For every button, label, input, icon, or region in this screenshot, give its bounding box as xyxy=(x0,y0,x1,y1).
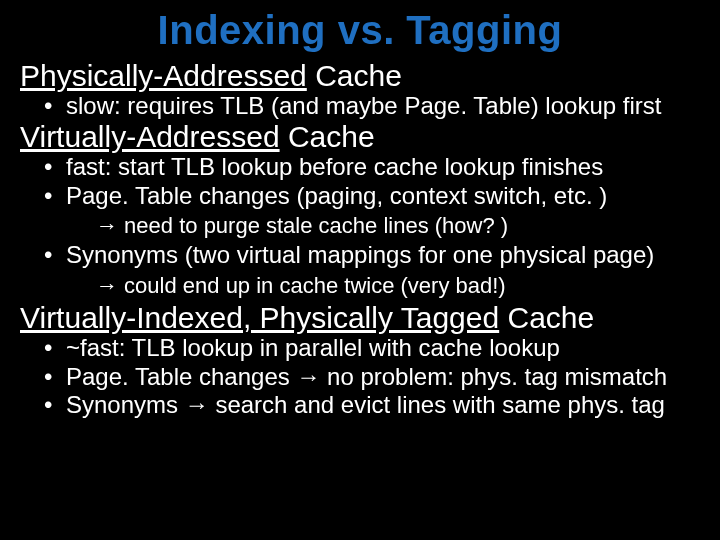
bullet-list: fast: start TLB lookup before cache look… xyxy=(20,153,700,299)
bullet-text: Page. Table changes (paging, context swi… xyxy=(66,182,607,209)
bullet-item: Page. Table changes (paging, context swi… xyxy=(66,182,700,240)
bullet-text: Synonyms (two virtual mappings for one p… xyxy=(66,241,654,268)
bullet-item: fast: start TLB lookup before cache look… xyxy=(66,153,700,181)
sub-item: → need to purge stale cache lines (how? … xyxy=(96,212,700,240)
bullet-list: slow: requires TLB (and maybe Page. Tabl… xyxy=(20,92,700,120)
bullet-item: ~fast: TLB lookup in parallel with cache… xyxy=(66,334,700,362)
section-heading-physical: Physically-Addressed Cache xyxy=(20,59,700,92)
bullet-item: Synonyms (two virtual mappings for one p… xyxy=(66,241,700,299)
bullet-item: Synonyms → search and evict lines with s… xyxy=(66,391,700,419)
heading-rest: Cache xyxy=(499,301,594,334)
heading-rest: Cache xyxy=(307,59,402,92)
section-heading-vipt: Virtually-Indexed, Physically Tagged Cac… xyxy=(20,301,700,334)
heading-underline: Physically-Addressed xyxy=(20,59,307,92)
sub-list: → need to purge stale cache lines (how? … xyxy=(66,212,700,240)
heading-underline: Virtually-Addressed xyxy=(20,120,280,153)
bullet-list: ~fast: TLB lookup in parallel with cache… xyxy=(20,334,700,419)
bullet-item: slow: requires TLB (and maybe Page. Tabl… xyxy=(66,92,700,120)
heading-underline: Virtually-Indexed, Physically Tagged xyxy=(20,301,499,334)
heading-rest: Cache xyxy=(280,120,375,153)
sub-item: → could end up in cache twice (very bad!… xyxy=(96,272,700,300)
slide: Indexing vs. Tagging Physically-Addresse… xyxy=(0,0,720,540)
bullet-item: Page. Table changes → no problem: phys. … xyxy=(66,363,700,391)
section-heading-virtual: Virtually-Addressed Cache xyxy=(20,120,700,153)
sub-list: → could end up in cache twice (very bad!… xyxy=(66,272,700,300)
slide-title: Indexing vs. Tagging xyxy=(20,8,700,53)
